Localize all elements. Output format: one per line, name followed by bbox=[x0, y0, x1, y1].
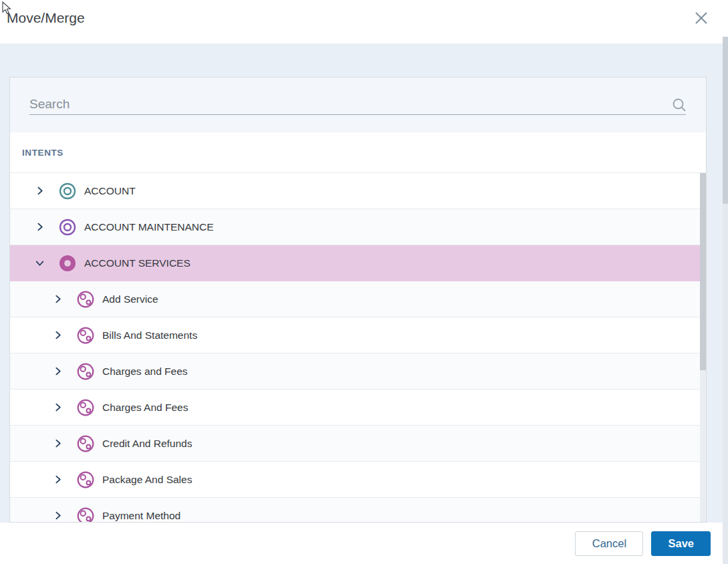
intent-icon bbox=[76, 434, 95, 453]
tree-row[interactable]: ACCOUNT SERVICES bbox=[10, 245, 706, 281]
tree-row[interactable]: Charges and Fees bbox=[10, 354, 706, 390]
intent-icon bbox=[76, 290, 95, 309]
tree-row-label: Package And Sales bbox=[102, 474, 192, 486]
tree-row[interactable]: Credit And Refunds bbox=[10, 426, 706, 462]
chevron-right-icon[interactable] bbox=[52, 438, 63, 449]
intent-icon bbox=[76, 507, 95, 523]
close-icon[interactable] bbox=[693, 10, 709, 26]
tree-row-label: Charges And Fees bbox=[102, 402, 188, 414]
page-scrollbar[interactable] bbox=[723, 37, 728, 564]
tree-row[interactable]: Bills And Statements bbox=[10, 317, 706, 354]
tree-row-label: ACCOUNT SERVICES bbox=[84, 257, 191, 269]
chevron-right-icon[interactable] bbox=[52, 511, 63, 521]
dialog-title: Move/Merge bbox=[7, 10, 85, 26]
intent-icon bbox=[76, 398, 95, 417]
tree-row[interactable]: ACCOUNT bbox=[10, 173, 706, 209]
chevron-right-icon[interactable] bbox=[34, 222, 45, 233]
tree-row-label: Add Service bbox=[102, 293, 158, 305]
dialog-header: Move/Merge bbox=[0, 0, 728, 43]
chevron-right-icon[interactable] bbox=[52, 366, 63, 377]
chevron-right-icon[interactable] bbox=[52, 330, 63, 341]
tree-row-label: Bills And Statements bbox=[102, 329, 197, 341]
dialog-body: INTENTS ACCOUNT ACCOUNT MAINTENANCE ACCO… bbox=[0, 43, 728, 523]
dialog-footer: Cancel Save bbox=[0, 523, 728, 564]
tree-row-label: Charges and Fees bbox=[102, 366, 188, 378]
intent-icon bbox=[76, 362, 95, 381]
donut-icon bbox=[58, 254, 77, 273]
search-section bbox=[10, 78, 706, 132]
tree-row[interactable]: ACCOUNT MAINTENANCE bbox=[10, 209, 706, 245]
intent-icon bbox=[76, 326, 95, 345]
intent-icon bbox=[76, 470, 95, 489]
tree-row-label: Credit And Refunds bbox=[102, 438, 192, 450]
chevron-right-icon[interactable] bbox=[52, 294, 63, 305]
list-scrollbar[interactable] bbox=[700, 173, 706, 523]
tree-row-label: Payment Method bbox=[102, 510, 180, 522]
move-merge-dialog: { "dialog": { "title": "Move/Merge" }, "… bbox=[0, 0, 728, 564]
chevron-down-icon[interactable] bbox=[34, 258, 45, 269]
chevron-right-icon[interactable] bbox=[52, 402, 63, 413]
tree-row[interactable]: Charges And Fees bbox=[10, 390, 706, 426]
chevron-right-icon[interactable] bbox=[52, 474, 63, 485]
double-ring-icon bbox=[58, 218, 77, 237]
tree-row[interactable]: Add Service bbox=[10, 281, 706, 317]
intents-header-label: INTENTS bbox=[22, 148, 64, 158]
page-scrollbar-thumb[interactable] bbox=[723, 37, 728, 204]
search-input[interactable] bbox=[29, 94, 686, 115]
tree-row[interactable]: Package And Sales bbox=[10, 462, 706, 498]
intent-tree-list: ACCOUNT ACCOUNT MAINTENANCE ACCOUNT SERV… bbox=[10, 173, 706, 523]
double-ring-icon bbox=[58, 182, 77, 200]
mouse-cursor-icon bbox=[1, 1, 12, 19]
magnifier-icon[interactable] bbox=[671, 97, 687, 113]
chevron-right-icon[interactable] bbox=[34, 186, 45, 196]
cancel-button[interactable]: Cancel bbox=[575, 531, 643, 556]
tree-row-label: ACCOUNT bbox=[84, 185, 136, 197]
tree-row[interactable]: Payment Method bbox=[10, 498, 706, 523]
list-scrollbar-thumb[interactable] bbox=[700, 173, 706, 370]
intents-section-header: INTENTS bbox=[10, 132, 706, 173]
save-button[interactable]: Save bbox=[651, 531, 711, 556]
tree-row-label: ACCOUNT MAINTENANCE bbox=[84, 221, 213, 233]
intent-picker-panel: INTENTS ACCOUNT ACCOUNT MAINTENANCE ACCO… bbox=[9, 77, 707, 523]
